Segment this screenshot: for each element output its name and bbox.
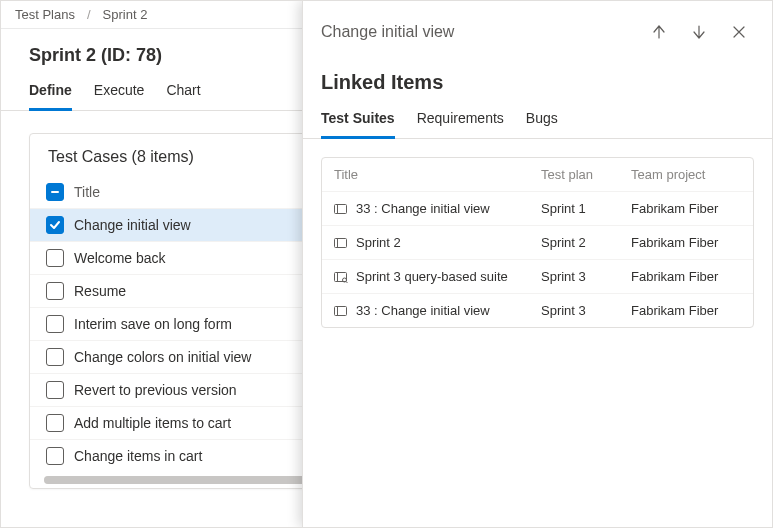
static-suite-icon (334, 305, 348, 317)
linked-item-team: Fabrikam Fiber (631, 201, 741, 216)
row-checkbox[interactable] (46, 249, 64, 267)
linked-item-title: Sprint 3 query-based suite (356, 269, 508, 284)
tab-chart[interactable]: Chart (166, 74, 200, 110)
panel-header: Change initial view (303, 1, 772, 57)
arrow-down-icon (691, 24, 707, 40)
linked-item-title: 33 : Change initial view (356, 201, 490, 216)
col-header-team[interactable]: Team project (631, 167, 741, 182)
previous-item-button[interactable] (644, 17, 674, 47)
arrow-up-icon (651, 24, 667, 40)
svg-rect-4 (335, 306, 347, 315)
query-suite-icon (334, 271, 348, 283)
tab-define[interactable]: Define (29, 74, 72, 111)
static-suite-icon (334, 237, 348, 249)
panel-tabs: Test SuitesRequirementsBugs (303, 104, 772, 139)
svg-rect-2 (335, 272, 347, 281)
panel-section-title: Linked Items (303, 57, 772, 104)
close-icon (732, 25, 746, 39)
panel-tab-test-suites[interactable]: Test Suites (321, 104, 395, 139)
query-suite-icon-wrap (334, 271, 348, 283)
linked-items-table: Title Test plan Team project 33 : Change… (321, 157, 754, 328)
panel-tab-bugs[interactable]: Bugs (526, 104, 558, 138)
linked-item-row[interactable]: 33 : Change initial viewSprint 1Fabrikam… (322, 191, 753, 225)
static-suite-icon (334, 203, 348, 215)
breadcrumb-root[interactable]: Test Plans (15, 7, 75, 22)
linked-item-title: Sprint 2 (356, 235, 401, 250)
linked-item-row[interactable]: Sprint 2Sprint 2Fabrikam Fiber (322, 225, 753, 259)
linked-item-plan: Sprint 1 (541, 201, 621, 216)
linked-item-title-cell: 33 : Change initial view (334, 303, 531, 318)
linked-item-title-cell: 33 : Change initial view (334, 201, 531, 216)
panel-title: Change initial view (321, 23, 634, 41)
row-checkbox[interactable] (46, 282, 64, 300)
linked-item-team: Fabrikam Fiber (631, 235, 741, 250)
select-all-checkbox[interactable] (46, 183, 64, 201)
breadcrumb-separator: / (87, 7, 91, 22)
row-checkbox[interactable] (46, 348, 64, 366)
tab-execute[interactable]: Execute (94, 74, 145, 110)
col-header-plan[interactable]: Test plan (541, 167, 621, 182)
panel-tab-requirements[interactable]: Requirements (417, 104, 504, 138)
linked-item-title: 33 : Change initial view (356, 303, 490, 318)
svg-rect-1 (335, 238, 347, 247)
linked-items-header: Title Test plan Team project (322, 158, 753, 191)
linked-item-team: Fabrikam Fiber (631, 269, 741, 284)
linked-item-row[interactable]: Sprint 3 query-based suiteSprint 3Fabrik… (322, 259, 753, 293)
linked-item-title-cell: Sprint 3 query-based suite (334, 269, 531, 284)
breadcrumb-current[interactable]: Sprint 2 (103, 7, 148, 22)
static-suite-icon-wrap (334, 305, 348, 317)
linked-item-plan: Sprint 3 (541, 303, 621, 318)
svg-rect-0 (335, 204, 347, 213)
col-header-title[interactable]: Title (334, 167, 531, 182)
close-panel-button[interactable] (724, 17, 754, 47)
row-checkbox[interactable] (46, 381, 64, 399)
row-checkbox[interactable] (46, 216, 64, 234)
next-item-button[interactable] (684, 17, 714, 47)
linked-item-team: Fabrikam Fiber (631, 303, 741, 318)
row-checkbox[interactable] (46, 414, 64, 432)
row-checkbox[interactable] (46, 315, 64, 333)
row-checkbox[interactable] (46, 447, 64, 465)
linked-item-row[interactable]: 33 : Change initial viewSprint 3Fabrikam… (322, 293, 753, 327)
linked-item-plan: Sprint 2 (541, 235, 621, 250)
static-suite-icon-wrap (334, 203, 348, 215)
linked-item-title-cell: Sprint 2 (334, 235, 531, 250)
details-panel: Change initial view Linked Items Test Su… (302, 1, 772, 527)
static-suite-icon-wrap (334, 237, 348, 249)
linked-item-plan: Sprint 3 (541, 269, 621, 284)
